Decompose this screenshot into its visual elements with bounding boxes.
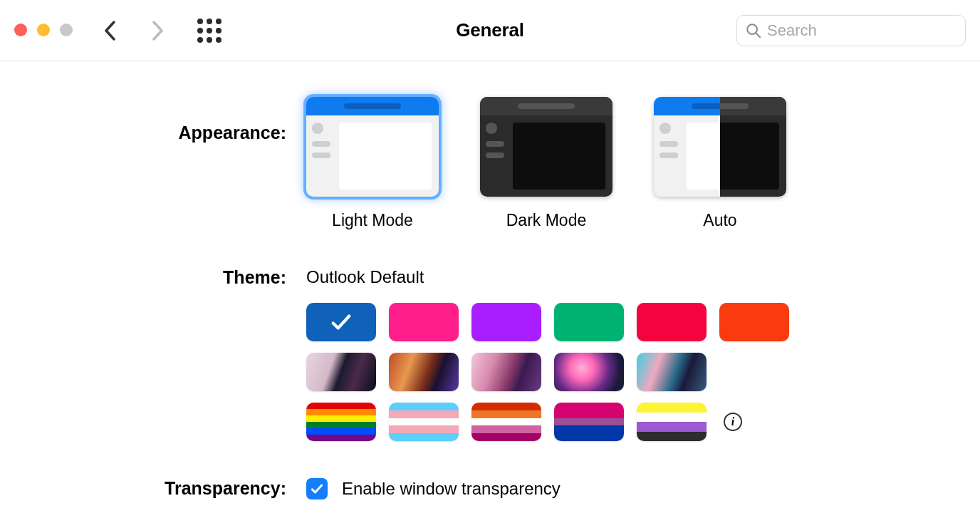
minimize-window-button[interactable]	[37, 24, 50, 36]
appearance-caption-light: Light Mode	[332, 211, 413, 230]
appearance-caption-dark: Dark Mode	[506, 211, 586, 230]
search-icon	[746, 23, 761, 38]
theme-swatch-wallpaper-4[interactable]	[554, 353, 624, 391]
appearance-thumb-dark[interactable]	[480, 97, 612, 197]
theme-swatch-row-1	[306, 353, 952, 391]
theme-swatch-wallpaper-5[interactable]	[637, 353, 707, 391]
appearance-thumb-light[interactable]	[306, 97, 439, 197]
theme-info-button[interactable]: i	[724, 413, 742, 431]
theme-swatch-green[interactable]	[554, 303, 624, 341]
back-button[interactable]	[101, 21, 120, 40]
appearance-option-auto[interactable]: Auto	[654, 97, 786, 230]
transparency-label: Transparency:	[28, 478, 306, 499]
theme-label: Theme:	[28, 267, 306, 441]
svg-line-1	[756, 33, 761, 36]
appearance-option-light[interactable]: Light Mode	[306, 97, 439, 230]
theme-swatch-pride-rainbow[interactable]	[306, 403, 376, 441]
forward-button[interactable]	[148, 21, 167, 40]
theme-swatch-row-2: i	[306, 403, 952, 441]
window-controls	[14, 24, 73, 36]
theme-swatch-wallpaper-2[interactable]	[389, 353, 459, 391]
toolbar: General	[0, 0, 980, 61]
content: Appearance: Light Mode Dark Mode Auto Th…	[0, 61, 980, 499]
theme-swatch-magenta[interactable]	[389, 303, 459, 341]
search-field[interactable]	[736, 15, 966, 46]
theme-swatch-wallpaper-1[interactable]	[306, 353, 376, 391]
theme-swatch-pride-lesbian[interactable]	[471, 403, 541, 441]
theme-swatch-pride-bisexual[interactable]	[554, 403, 624, 441]
theme-swatch-wallpaper-3[interactable]	[471, 353, 541, 391]
transparency-checkbox[interactable]	[306, 478, 328, 499]
transparency-section: Transparency: Enable window transparency	[28, 478, 952, 499]
nav-arrows	[101, 21, 167, 40]
theme-selected-name: Outlook Default	[306, 267, 952, 287]
theme-swatch-outlook-default[interactable]	[306, 303, 376, 341]
search-input[interactable]	[767, 21, 956, 40]
theme-swatch-orange[interactable]	[719, 303, 789, 341]
appearance-thumb-auto[interactable]	[654, 97, 786, 197]
appearance-label: Appearance:	[28, 97, 306, 230]
theme-swatch-red[interactable]	[637, 303, 707, 341]
theme-section: Theme: Outlook Default i	[28, 267, 952, 441]
appearance-option-dark[interactable]: Dark Mode	[480, 97, 612, 230]
transparency-checkbox-label: Enable window transparency	[342, 479, 561, 499]
close-window-button[interactable]	[14, 24, 27, 36]
theme-swatch-row-0	[306, 303, 952, 341]
maximize-window-button[interactable]	[60, 24, 73, 36]
appearance-caption-auto: Auto	[703, 211, 736, 230]
appearance-section: Appearance: Light Mode Dark Mode Auto	[28, 97, 952, 230]
theme-swatch-pride-trans[interactable]	[389, 403, 459, 441]
theme-swatch-purple[interactable]	[471, 303, 541, 341]
theme-swatch-pride-nonbinary[interactable]	[637, 403, 707, 441]
window-title: General	[456, 19, 523, 41]
show-all-prefs-button[interactable]	[195, 16, 224, 45]
